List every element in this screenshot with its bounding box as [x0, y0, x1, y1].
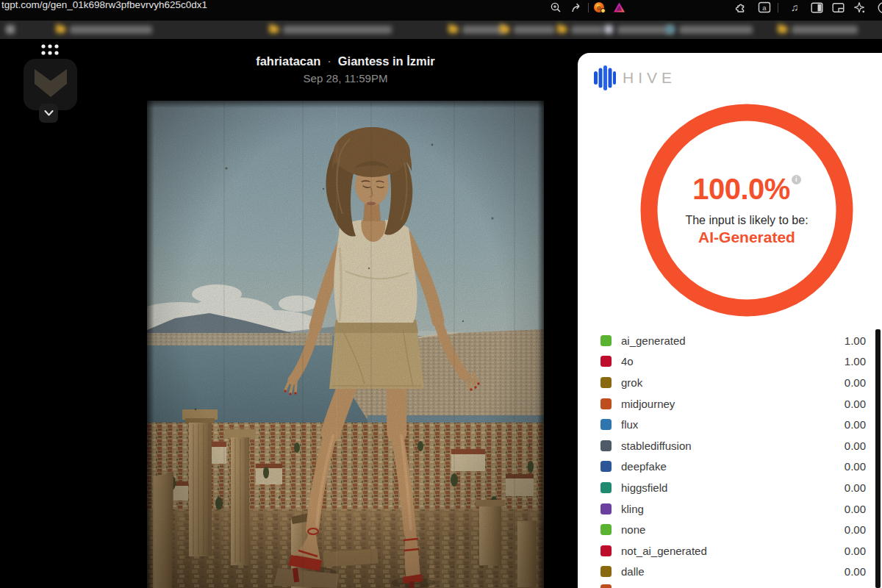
- classifier-color-swatch: [600, 419, 612, 430]
- classifier-label: higgsfield: [621, 481, 667, 494]
- classifier-value: 1.00: [845, 355, 866, 368]
- classifier-label: flux: [621, 418, 638, 431]
- classifier-value: 0.00: [845, 523, 866, 536]
- fire-extension-icon[interactable]: [592, 1, 606, 13]
- blurred-bookmark-label: [283, 26, 392, 34]
- browser-topbar: tgpt.com/g/gen_01k698rw3pfbevrvyh625c0dx…: [0, 0, 882, 21]
- hive-brand: HIVE: [594, 65, 676, 91]
- bookmark-item[interactable]: [448, 24, 505, 35]
- bookmarks-bar: [0, 21, 882, 39]
- classifier-value: 0.00: [845, 481, 866, 494]
- folder-icon: [557, 26, 567, 33]
- classifier-row: dalle 0.00: [578, 562, 876, 583]
- post-timestamp: Sep 28, 11:59PM: [147, 72, 544, 85]
- classifier-label: ai_generated: [621, 334, 686, 347]
- classifier-value: 0.00: [845, 440, 866, 452]
- share-icon[interactable]: [570, 1, 583, 13]
- folder-icon: [269, 26, 279, 33]
- folder-icon: [56, 26, 65, 33]
- classifier-row: deepfake 0.00: [578, 456, 876, 478]
- info-icon[interactable]: i: [792, 175, 801, 184]
- sidebar-icon[interactable]: [810, 1, 823, 13]
- bookmark-item[interactable]: [778, 24, 858, 35]
- classifier-color-swatch: [600, 545, 612, 556]
- folder-icon: [778, 26, 787, 33]
- boxed-a-icon[interactable]: a: [758, 1, 771, 13]
- classifier-color-swatch: [600, 503, 612, 514]
- classifier-label: grok: [621, 376, 642, 389]
- zoom-in-icon[interactable]: [549, 1, 562, 13]
- hive-panel: HIVE 100.0% i The input is likely to be:…: [578, 53, 882, 588]
- panel-scrollbar[interactable]: [875, 329, 881, 588]
- blurred-bookmark-label: [571, 26, 603, 34]
- classifier-value: 1.00: [845, 334, 866, 347]
- blurred-bookmark-label: [514, 26, 555, 34]
- bookmark-item[interactable]: [6, 24, 15, 35]
- bookmark-item[interactable]: [557, 24, 603, 35]
- classifier-row: higgsfield 0.00: [578, 477, 876, 498]
- blurred-bookmark-label: [679, 26, 753, 34]
- sparkle-icon[interactable]: [853, 1, 866, 13]
- score-verdict: AI-Generated: [698, 228, 795, 246]
- classifier-row: none 0.00: [578, 519, 876, 540]
- screenshot-stage: tgpt.com/g/gen_01k698rw3pfbevrvyh625c0dx…: [0, 0, 882, 588]
- post-header: fahriatacan·Giantess in İzmir Sep 28, 11…: [147, 54, 544, 85]
- grid-menu-icon[interactable]: [40, 43, 60, 60]
- puzzle-extension-icon[interactable]: [734, 1, 747, 13]
- classifier-value: 0.00: [845, 460, 866, 473]
- prism-extension-icon[interactable]: [612, 1, 625, 13]
- post-title: Giantess in İzmir: [338, 54, 435, 68]
- profile-circle-icon[interactable]: [875, 1, 882, 13]
- blurred-bookmark-label: [617, 26, 673, 34]
- classifier-color-swatch: [600, 566, 612, 577]
- bookmark-item[interactable]: [666, 24, 753, 35]
- classifier-color-swatch: [600, 461, 612, 472]
- url-bar-text[interactable]: tgpt.com/g/gen_01k698rw3pfbevrvyh625c0dx…: [1, 0, 207, 11]
- folder-icon: [448, 26, 458, 33]
- bookmark-icon: [666, 25, 675, 34]
- bookmark-item[interactable]: [56, 24, 152, 35]
- generated-image[interactable]: [147, 101, 544, 588]
- title-separator: ·: [327, 54, 331, 68]
- bookmark-item[interactable]: [269, 24, 392, 35]
- classifier-value: 0.00: [845, 503, 866, 515]
- bookmark-icon: [6, 25, 15, 34]
- music-note-icon[interactable]: ♫: [788, 1, 801, 13]
- hive-wordmark: HIVE: [623, 69, 676, 87]
- classifier-row: grok 0.00: [578, 372, 876, 393]
- classifier-row: not_ai_generated 0.00: [578, 540, 876, 562]
- score-value: 100.0%: [692, 174, 790, 204]
- classifier-row: kling 0.00: [578, 498, 876, 520]
- bookmark-item[interactable]: [604, 24, 673, 35]
- card-icon[interactable]: [831, 1, 845, 13]
- classifier-color-swatch: [600, 335, 612, 346]
- classifier-color-swatch: [600, 377, 612, 388]
- folder-icon: [500, 26, 509, 33]
- chevron-flag-logo-icon: [34, 68, 68, 98]
- author-name[interactable]: fahriatacan: [256, 54, 320, 68]
- classifier-color-swatch: [600, 524, 612, 535]
- app-logo-tile[interactable]: [24, 59, 77, 110]
- blurred-bookmark-label: [70, 26, 152, 34]
- classifier-partial-row-swatch: [600, 584, 612, 588]
- classifier-value: 0.00: [845, 545, 866, 557]
- post-title-line: fahriatacan·Giantess in İzmir: [147, 54, 544, 68]
- classifier-color-swatch: [600, 482, 612, 493]
- classifier-row: stablediffusion 0.00: [578, 435, 876, 456]
- classifier-row: midjourney 0.00: [578, 393, 876, 415]
- classifier-label: deepfake: [621, 460, 667, 473]
- toolbar-separator: [588, 3, 589, 12]
- classifier-label: midjourney: [621, 398, 675, 410]
- classifier-row: flux 0.00: [578, 414, 876, 435]
- classifier-label: dalle: [621, 565, 645, 578]
- classifier-row: 4o 1.00: [578, 351, 876, 373]
- classifier-label: not_ai_generated: [621, 545, 707, 557]
- classifier-label: none: [621, 523, 645, 536]
- classifier-value: 0.00: [845, 376, 866, 389]
- classifier-value: 0.00: [845, 565, 866, 578]
- bookmark-item[interactable]: [500, 24, 555, 35]
- classifier-label: kling: [621, 503, 644, 515]
- classifier-color-swatch: [600, 356, 612, 367]
- classifier-color-swatch: [600, 440, 612, 451]
- collapse-chevron-button[interactable]: [39, 104, 58, 123]
